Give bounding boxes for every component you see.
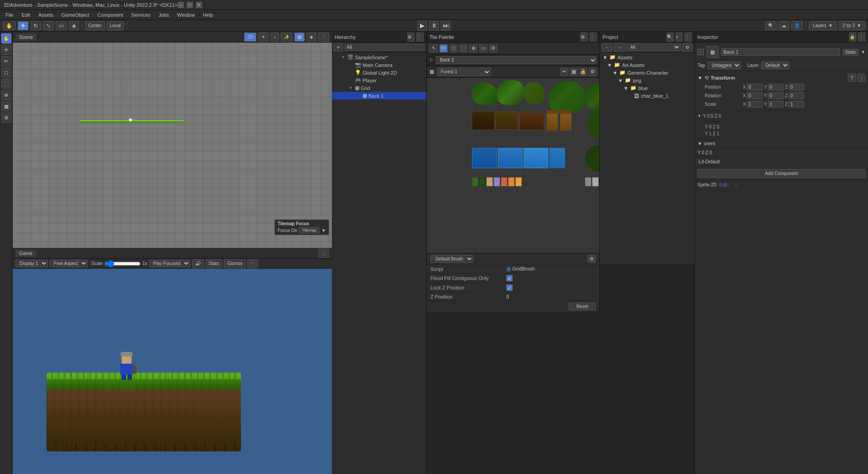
project-forward-btn[interactable]: →: [614, 43, 625, 52]
scale-z-input[interactable]: [788, 101, 804, 108]
scale-slider[interactable]: [104, 260, 141, 267]
layers-dropdown-button[interactable]: Layers ▼: [809, 21, 837, 30]
static-button[interactable]: Static: [843, 49, 859, 56]
tile-palette-options-btn[interactable]: ⋮: [590, 33, 597, 42]
game-aspect-select[interactable]: Free Aspect: [50, 260, 88, 267]
scale-x-input[interactable]: [747, 101, 763, 108]
game-display-select[interactable]: Display 1: [15, 260, 48, 267]
hand-tool-left[interactable]: ✋: [1, 33, 11, 43]
picker-tool-left[interactable]: ⊕: [1, 90, 11, 100]
play-button[interactable]: ▶: [417, 21, 427, 31]
hierarchy-options-btn[interactable]: ⋮: [416, 33, 424, 42]
sprite-options-btn[interactable]: ⋮: [734, 182, 738, 187]
eraser-tool-left[interactable]: ◻: [1, 67, 11, 77]
hier-global-light[interactable]: ▶ 💡 Global Light 2D: [332, 69, 426, 76]
default-brush-select[interactable]: Default Brush: [430, 255, 473, 263]
menu-help[interactable]: Help: [199, 11, 217, 19]
account-button[interactable]: 👤: [791, 21, 803, 30]
hier-back1[interactable]: ▶ ▦ Back 1: [332, 92, 426, 100]
tile-palette-grid[interactable]: [427, 78, 599, 253]
scene-gizmos-btn[interactable]: ◈: [307, 33, 316, 42]
rotation-x-input[interactable]: [747, 92, 763, 99]
obj-active-checkbox[interactable]: ✓: [698, 49, 704, 55]
left-section-header[interactable]: ▼ onent: [698, 141, 865, 146]
menu-services[interactable]: Services: [127, 11, 154, 19]
proj-char-blue1[interactable]: ▶ 🖼 char_blue_1: [600, 92, 694, 100]
move-tool-button[interactable]: ✚: [18, 21, 28, 30]
palette-grid-toggle-btn[interactable]: ▦: [570, 68, 578, 76]
search-button[interactable]: 🔍: [765, 21, 777, 30]
menu-window[interactable]: Window: [174, 11, 198, 19]
project-settings-btn[interactable]: ⚙: [682, 43, 693, 52]
scale-tool-button[interactable]: ⤡: [43, 21, 54, 30]
palette-lock-btn[interactable]: 🔒: [579, 68, 587, 76]
hier-main-camera[interactable]: ▶ 📷 Main Camera: [332, 61, 426, 69]
palette-paint-btn[interactable]: ✏: [439, 44, 448, 52]
rotate-tool-button[interactable]: ↻: [30, 21, 41, 30]
transform-tool-button[interactable]: ◈: [69, 21, 79, 30]
tag-select[interactable]: Untagged: [708, 62, 741, 69]
scene-more-btn[interactable]: ⋮: [318, 33, 329, 42]
scene-2d-btn[interactable]: 2D: [244, 33, 256, 42]
palette-picker-btn[interactable]: ⊕: [469, 44, 477, 52]
rotation-z-input[interactable]: [788, 92, 804, 99]
palette-edit-btn[interactable]: ✏: [560, 68, 568, 76]
inspector-options-btn[interactable]: ⋮: [858, 33, 865, 42]
hierarchy-add-btn[interactable]: +: [334, 43, 343, 52]
palette-erase-btn[interactable]: ◻: [449, 44, 458, 52]
obj-icon-preview[interactable]: ▦: [707, 46, 718, 58]
lock-z-checkbox[interactable]: ✓: [506, 284, 513, 291]
palette-pointer-btn[interactable]: ↖: [429, 44, 438, 52]
scene-tab[interactable]: Scene: [15, 33, 37, 41]
settings-tool-left[interactable]: ⚙: [1, 113, 11, 123]
hierarchy-lock-btn[interactable]: ⊞: [407, 33, 415, 42]
add-component-button[interactable]: Add Component: [698, 169, 865, 178]
scene-view[interactable]: ✦ Tilemap Focus Focus On Tilemap ▼: [13, 43, 332, 248]
speaker-button[interactable]: 🔊: [192, 259, 204, 268]
hand-tool-button[interactable]: ✋: [3, 21, 16, 30]
layer-select[interactable]: Default: [761, 62, 789, 69]
reset-button[interactable]: Reset: [569, 303, 596, 310]
project-filter-select[interactable]: All: [626, 43, 681, 51]
hier-grid[interactable]: ▼ ▦ Grid: [332, 84, 426, 92]
menu-assets[interactable]: Assets: [35, 11, 57, 19]
proj-assets[interactable]: ▼ 📁 Assets: [600, 53, 694, 61]
minimize-button[interactable]: ─: [178, 2, 184, 8]
stats-button[interactable]: Stats: [206, 259, 222, 268]
scene-audio-btn[interactable]: ♪: [270, 33, 279, 42]
scale-y-input[interactable]: [768, 101, 783, 108]
game-tab[interactable]: Game: [15, 250, 36, 257]
game-view[interactable]: [13, 269, 332, 474]
project-plus-btn[interactable]: +: [675, 33, 683, 42]
palette-name-select[interactable]: Forest 1: [437, 68, 491, 76]
proj-png[interactable]: ▼ 📁 png: [600, 76, 694, 84]
hierarchy-search-input[interactable]: [344, 44, 425, 51]
project-search-btn[interactable]: 🔍: [666, 33, 674, 42]
rect-tool-button[interactable]: ▭: [56, 21, 67, 30]
play-focused-select[interactable]: Play Focused: [149, 260, 190, 267]
proj-art-assets[interactable]: ▼ 📁 Art Assets: [600, 61, 694, 69]
hier-samplescene[interactable]: ▼ 🎬 SampleScene*: [332, 53, 426, 61]
tile-palette-lock-btn[interactable]: ⊞: [580, 33, 588, 42]
proj-generic-char[interactable]: ▼ 📁 Generic-Character: [600, 69, 694, 76]
transform-options-btn[interactable]: ⋮: [857, 74, 865, 82]
palette-rect-btn[interactable]: ▭: [479, 44, 487, 52]
hier-player[interactable]: ▶ 🎮 Player: [332, 76, 426, 84]
rect-tool-left[interactable]: ▦: [1, 101, 11, 111]
step-button[interactable]: ⏭: [441, 21, 451, 31]
layout-dropdown-button[interactable]: 2 by 3 ▼: [839, 21, 865, 30]
menu-edit[interactable]: Edit: [18, 11, 34, 19]
tilemap-focus-button[interactable]: Tilemap: [299, 227, 320, 233]
game-more-btn[interactable]: ⋮: [318, 249, 329, 258]
sprite-edit-btn[interactable]: Edit...: [719, 182, 731, 187]
inspector-lock-btn[interactable]: 🔒: [849, 33, 856, 42]
pivot-button[interactable]: Center: [85, 21, 105, 30]
scene-light-btn[interactable]: ☀: [258, 33, 269, 42]
maximize-button[interactable]: □: [187, 2, 193, 8]
fill-tool-left[interactable]: ⬛: [1, 79, 11, 89]
active-layer-select[interactable]: Back 3: [436, 56, 597, 64]
palette-settings2-btn[interactable]: ⚙: [589, 68, 597, 76]
pause-button[interactable]: ⏸: [429, 21, 439, 31]
obj-name-input[interactable]: [721, 48, 840, 56]
position-x-input[interactable]: [747, 84, 763, 90]
